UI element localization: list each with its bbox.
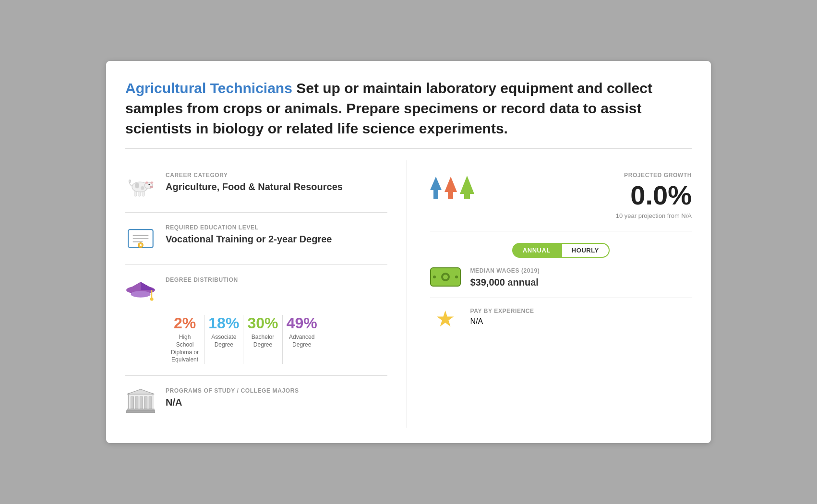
degree-item-advanced: 49% AdvancedDegree <box>283 315 321 364</box>
career-category-content: CAREER CATEGORY Agriculture, Food & Natu… <box>166 172 387 192</box>
svg-rect-10 <box>142 192 144 197</box>
svg-rect-8 <box>134 192 137 197</box>
projected-growth-value: 0.0% <box>616 180 692 210</box>
median-wages-label: MEDIAN WAGES (2019) <box>470 267 540 274</box>
degree-pct-associate: 18% <box>208 315 239 332</box>
projected-growth-section: PROJECTED GROWTH 0.0% 10 year projection… <box>430 160 692 231</box>
svg-point-2 <box>145 181 148 184</box>
career-category-section: CAREER CATEGORY Agriculture, Food & Natu… <box>125 160 387 213</box>
svg-point-19 <box>139 244 142 246</box>
svg-point-12 <box>141 186 144 190</box>
career-category-value: Agriculture, Food & Natural Resources <box>166 181 387 192</box>
wages-section: ANNUAL HOURLY <box>430 231 692 341</box>
projected-growth-label: PROJECTED GROWTH <box>616 172 692 179</box>
degree-distribution-bars: 2% High SchoolDiploma orEquivalent 18% A… <box>125 315 321 364</box>
svg-point-22 <box>131 291 150 298</box>
svg-marker-27 <box>127 389 155 394</box>
projected-growth-sub: 10 year projection from N/A <box>616 212 692 219</box>
median-wages-value: $39,000 annual <box>470 277 540 288</box>
svg-point-4 <box>150 186 154 188</box>
degree-item-associate: 18% AssociateDegree <box>204 315 243 364</box>
degree-name-advanced: AdvancedDegree <box>287 334 317 348</box>
money-icon <box>430 267 461 287</box>
degree-item-highschool: 2% High SchoolDiploma orEquivalent <box>166 315 204 364</box>
svg-rect-30 <box>140 396 143 409</box>
median-wages-row: MEDIAN WAGES (2019) $39,000 annual <box>430 267 692 288</box>
programs-section: PROGRAMS OF STUDY / COLLEGE MAJORS N/A <box>125 376 387 428</box>
svg-point-5 <box>150 187 151 188</box>
cow-icon <box>125 172 156 201</box>
svg-point-25 <box>150 298 154 301</box>
main-content: CAREER CATEGORY Agriculture, Food & Natu… <box>125 160 692 428</box>
degree-name-bachelor: BachelorDegree <box>247 334 278 348</box>
building-icon <box>125 387 156 416</box>
annual-toggle-button[interactable]: ANNUAL <box>512 243 561 258</box>
education-label: REQUIRED EDUCATION LEVEL <box>166 224 387 231</box>
svg-point-11 <box>135 183 139 189</box>
pay-experience-row: ★ PAY BY EXPERIENCE N/A <box>430 298 692 330</box>
hourly-toggle-button[interactable]: HOURLY <box>561 243 610 258</box>
growth-arrows-icon <box>430 176 474 199</box>
degree-pct-bachelor: 30% <box>247 315 278 332</box>
degree-name-highschool: High SchoolDiploma orEquivalent <box>169 334 200 363</box>
header-section: Agricultural Technicians Set up or maint… <box>125 78 692 149</box>
svg-marker-23 <box>141 282 155 290</box>
pay-experience-content: PAY BY EXPERIENCE N/A <box>470 308 534 326</box>
graduation-cap-icon <box>125 276 156 305</box>
left-column: CAREER CATEGORY Agriculture, Food & Natu… <box>125 160 407 428</box>
pay-experience-label: PAY BY EXPERIENCE <box>470 308 534 314</box>
main-card: Agricultural Technicians Set up or maint… <box>106 61 711 443</box>
education-section: REQUIRED EDUCATION LEVEL Vocational Trai… <box>125 213 387 265</box>
svg-rect-31 <box>144 396 147 409</box>
programs-label: PROGRAMS OF STUDY / COLLEGE MAJORS <box>166 387 387 394</box>
career-name: Agricultural Technicians <box>125 80 292 96</box>
svg-rect-29 <box>135 396 138 409</box>
programs-value: N/A <box>166 397 387 408</box>
diploma-icon <box>125 224 156 253</box>
degree-dist-content: DEGREE DISTRIBUTION <box>166 276 238 286</box>
pay-experience-value: N/A <box>470 317 534 326</box>
svg-rect-32 <box>149 396 152 409</box>
programs-content: PROGRAMS OF STUDY / COLLEGE MAJORS N/A <box>166 387 387 408</box>
svg-rect-9 <box>138 192 141 197</box>
svg-point-6 <box>152 187 153 188</box>
svg-point-13 <box>129 180 131 183</box>
svg-point-7 <box>149 184 150 185</box>
wage-toggle-group: ANNUAL HOURLY <box>430 243 692 258</box>
degree-pct-advanced: 49% <box>287 315 317 332</box>
svg-point-3 <box>150 181 153 184</box>
star-icon: ★ <box>430 308 461 330</box>
header-title: Agricultural Technicians Set up or maint… <box>125 78 692 139</box>
degree-name-associate: AssociateDegree <box>208 334 239 348</box>
svg-rect-34 <box>126 410 155 412</box>
degree-pct-highschool: 2% <box>169 315 200 332</box>
degree-dist-section: DEGREE DISTRIBUTION 2% High SchoolDiplom… <box>125 265 387 376</box>
education-value: Vocational Training or 2-year Degree <box>166 234 387 245</box>
degree-dist-label: DEGREE DISTRIBUTION <box>166 276 238 283</box>
degree-item-bachelor: 30% BachelorDegree <box>243 315 282 364</box>
education-content: REQUIRED EDUCATION LEVEL Vocational Trai… <box>166 224 387 245</box>
right-column: PROJECTED GROWTH 0.0% 10 year projection… <box>407 160 692 428</box>
median-wages-content: MEDIAN WAGES (2019) $39,000 annual <box>470 267 540 288</box>
career-category-label: CAREER CATEGORY <box>166 172 387 179</box>
svg-rect-28 <box>131 396 133 409</box>
